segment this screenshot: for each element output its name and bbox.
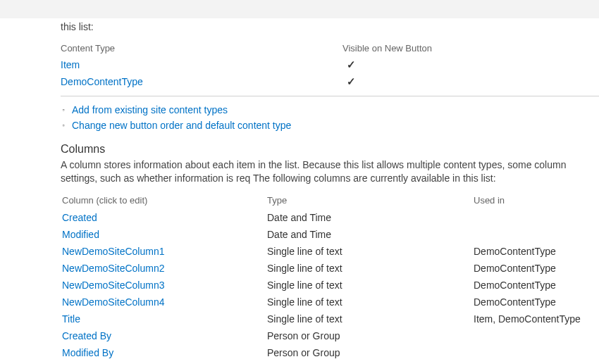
column-link-title[interactable]: Title	[62, 313, 80, 325]
action-item: ▫ Add from existing site content types	[61, 102, 599, 118]
column-usedin: DemoContentType	[474, 280, 599, 291]
column-link-newdemositecolumn3[interactable]: NewDemoSiteColumn3	[62, 280, 165, 291]
column-type: Person or Group	[267, 330, 474, 341]
column-link-modified[interactable]: Modified	[62, 229, 99, 240]
column-link-modifiedby[interactable]: Modified By	[62, 347, 113, 358]
column-type: Date and Time	[267, 229, 474, 240]
column-link-newdemositecolumn4[interactable]: NewDemoSiteColumn4	[62, 296, 165, 308]
column-usedin: Item, DemoContentType	[474, 313, 599, 325]
table-row: Modified By Person or Group	[61, 344, 599, 361]
column-type: Date and Time	[267, 212, 474, 223]
content-type-header-name: Content Type	[61, 43, 342, 54]
column-type: Single line of text	[267, 246, 474, 257]
table-row: NewDemoSiteColumn3 Single line of text D…	[61, 277, 599, 294]
columns-heading: Columns	[61, 143, 599, 156]
add-existing-content-types-link[interactable]: Add from existing site content types	[72, 104, 228, 115]
column-type: Single line of text	[267, 280, 474, 291]
table-row: NewDemoSiteColumn2 Single line of text D…	[61, 260, 599, 277]
change-new-button-order-link[interactable]: Change new button order and default cont…	[72, 120, 291, 131]
columns-header-row: Column (click to edit) Type Used in	[61, 192, 599, 209]
content-type-row: Item ✓	[61, 56, 599, 73]
column-type: Person or Group	[267, 347, 474, 358]
table-row: NewDemoSiteColumn1 Single line of text D…	[61, 243, 599, 260]
table-row: Created Date and Time	[61, 209, 599, 226]
content-type-actions: ▫ Add from existing site content types ▫…	[61, 102, 599, 133]
column-link-newdemositecolumn2[interactable]: NewDemoSiteColumn2	[62, 263, 165, 274]
list-settings-page: this list: Content Type Visible on New B…	[0, 18, 599, 364]
columns-header-usedin: Used in	[474, 195, 599, 206]
column-type: Single line of text	[267, 263, 474, 274]
columns-header-name: Column (click to edit)	[61, 195, 267, 206]
content-types-table: Content Type Visible on New Button Item …	[61, 39, 599, 96]
column-type: Single line of text	[267, 296, 474, 308]
content-type-header-visible: Visible on New Button	[342, 43, 483, 54]
content-type-row: DemoContentType ✓	[61, 73, 599, 90]
check-icon: ✓	[342, 75, 356, 88]
content-type-link-item[interactable]: Item	[61, 59, 80, 70]
columns-description: A column stores information about each i…	[61, 158, 599, 185]
columns-table: Column (click to edit) Type Used in Crea…	[61, 192, 599, 361]
column-link-newdemositecolumn1[interactable]: NewDemoSiteColumn1	[62, 246, 165, 257]
column-usedin: DemoContentType	[474, 263, 599, 274]
bullet-icon: ▫	[61, 123, 66, 128]
column-usedin: DemoContentType	[474, 246, 599, 257]
top-ribbon-bar	[0, 0, 599, 18]
column-type: Single line of text	[267, 313, 474, 325]
content-types-header-row: Content Type Visible on New Button	[61, 39, 599, 56]
truncated-intro-text: this list:	[61, 21, 599, 32]
table-row: Title Single line of text Item, DemoCont…	[61, 310, 599, 327]
content-type-link-democontenttype[interactable]: DemoContentType	[61, 76, 143, 87]
column-usedin: DemoContentType	[474, 296, 599, 308]
table-row: Created By Person or Group	[61, 327, 599, 344]
columns-header-type: Type	[267, 195, 474, 206]
table-row: Modified Date and Time	[61, 226, 599, 243]
bullet-icon: ▫	[61, 107, 66, 113]
column-link-created[interactable]: Created	[62, 212, 97, 223]
check-icon: ✓	[342, 58, 356, 71]
action-item: ▫ Change new button order and default co…	[61, 118, 599, 133]
column-link-createdby[interactable]: Created By	[62, 330, 111, 341]
table-row: NewDemoSiteColumn4 Single line of text D…	[61, 294, 599, 310]
